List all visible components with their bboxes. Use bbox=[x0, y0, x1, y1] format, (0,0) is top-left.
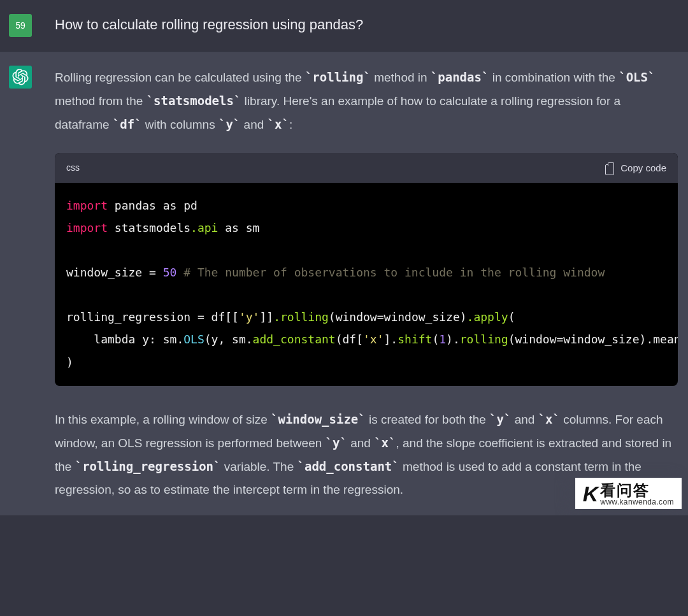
code-language-label: css bbox=[66, 159, 80, 176]
user-question: How to calculate rolling regression usin… bbox=[55, 14, 678, 37]
inline-code-pandas: `pandas` bbox=[431, 70, 489, 84]
assistant-message-row: Rolling regression can be calculated usi… bbox=[0, 52, 688, 515]
clipboard-icon bbox=[605, 162, 615, 174]
inline-code-rolling: `rolling` bbox=[305, 70, 371, 84]
assistant-avatar bbox=[9, 66, 32, 89]
copy-code-label: Copy code bbox=[620, 162, 666, 173]
code-content[interactable]: import pandas as pd import statsmodels.a… bbox=[55, 183, 678, 386]
inline-code-statsmodels: `statsmodels` bbox=[147, 94, 241, 108]
inline-code-y3: `y` bbox=[326, 436, 347, 450]
inline-code-x: `x` bbox=[268, 117, 289, 131]
code-block: css Copy code import pandas as pd import… bbox=[55, 153, 678, 385]
inline-code-x2: `x` bbox=[538, 412, 560, 426]
watermark-title: 看问答 bbox=[600, 482, 674, 498]
user-message-row: 59 How to calculate rolling regression u… bbox=[0, 0, 688, 52]
code-header: css Copy code bbox=[55, 153, 678, 183]
inline-code-ols: `OLS` bbox=[619, 70, 655, 84]
inline-code-df: `df` bbox=[113, 117, 142, 131]
inline-code-add-constant: `add_constant` bbox=[297, 459, 399, 473]
watermark-logo-icon: K bbox=[583, 482, 597, 506]
intro-paragraph: Rolling regression can be calculated usi… bbox=[55, 66, 678, 136]
watermark-url: www.kanwenda.com bbox=[600, 498, 674, 506]
watermark-overlay: K 看问答 www.kanwenda.com bbox=[575, 478, 682, 509]
openai-icon bbox=[12, 69, 29, 85]
user-avatar: 59 bbox=[9, 14, 32, 37]
user-avatar-number: 59 bbox=[15, 20, 25, 31]
inline-code-rolling-regression: `rolling_regression` bbox=[75, 459, 221, 473]
inline-code-y: `y` bbox=[219, 117, 240, 131]
inline-code-window-size: `window_size` bbox=[271, 412, 366, 426]
inline-code-x3: `x` bbox=[374, 436, 396, 450]
assistant-answer: Rolling regression can be calculated usi… bbox=[55, 66, 678, 501]
copy-code-button[interactable]: Copy code bbox=[605, 162, 666, 174]
inline-code-y2: `y` bbox=[489, 412, 511, 426]
